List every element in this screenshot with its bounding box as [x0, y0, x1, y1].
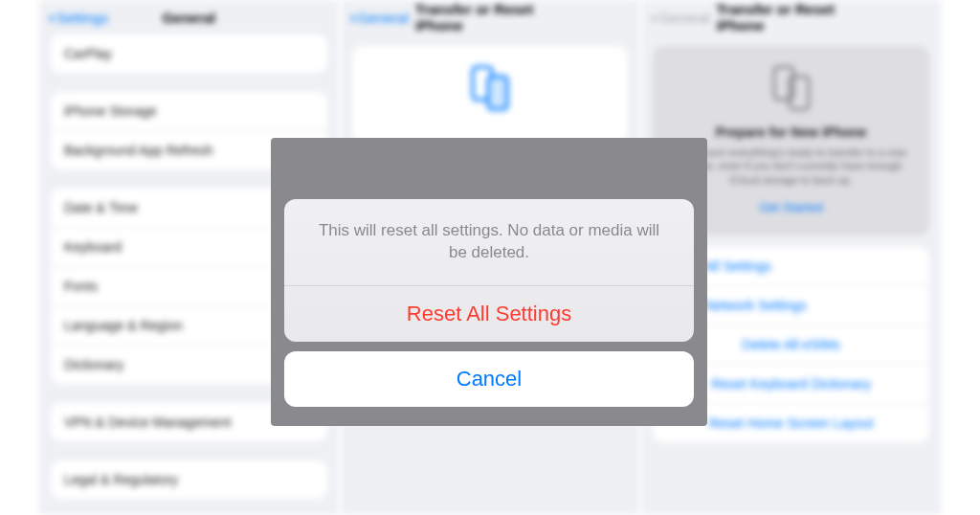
list-item[interactable]: Legal & Regulatory	[51, 460, 327, 499]
navbar: ‹ General Transfer or Reset iPhone	[341, 0, 640, 34]
navbar: ‹ Settings General	[39, 0, 339, 34]
reset-all-settings-button[interactable]: Reset All Settings	[284, 286, 694, 342]
nav-title: Transfer or Reset iPhone	[415, 1, 565, 34]
chevron-left-icon: ‹	[651, 9, 657, 26]
list-item[interactable]: iPhone Storage	[51, 92, 327, 131]
action-sheet: This will reset all settings. No data or…	[284, 199, 694, 407]
navbar: ‹ General Transfer or Reset iPhone	[641, 0, 941, 34]
list-item[interactable]: CarPlay	[51, 34, 327, 73]
action-sheet-modal: This will reset all settings. No data or…	[271, 138, 707, 426]
back-button-disabled: ‹ General	[651, 9, 709, 26]
prepare-card	[352, 46, 629, 142]
phones-transfer-icon	[461, 63, 519, 111]
chevron-left-icon: ‹	[350, 9, 356, 26]
get-started-button[interactable]: Get Started	[749, 196, 832, 218]
sheet-cancel-block: Cancel	[284, 351, 694, 407]
phones-transfer-icon	[763, 63, 820, 111]
group: CarPlay	[51, 34, 327, 73]
nav-title: Transfer or Reset iPhone	[717, 1, 866, 34]
back-button[interactable]: ‹ General	[350, 9, 409, 26]
nav-title: General	[162, 10, 215, 26]
svg-rect-1	[488, 77, 507, 109]
back-label: General	[658, 10, 709, 26]
back-label: Settings	[56, 10, 108, 26]
cancel-button[interactable]: Cancel	[284, 351, 694, 407]
group: Legal & Regulatory	[51, 460, 327, 499]
sheet-message: This will reset all settings. No data or…	[284, 199, 694, 286]
back-label: General	[358, 10, 409, 26]
back-button[interactable]: ‹ Settings	[49, 9, 108, 26]
chevron-left-icon: ‹	[49, 9, 55, 26]
sheet-main-block: This will reset all settings. No data or…	[284, 199, 694, 342]
